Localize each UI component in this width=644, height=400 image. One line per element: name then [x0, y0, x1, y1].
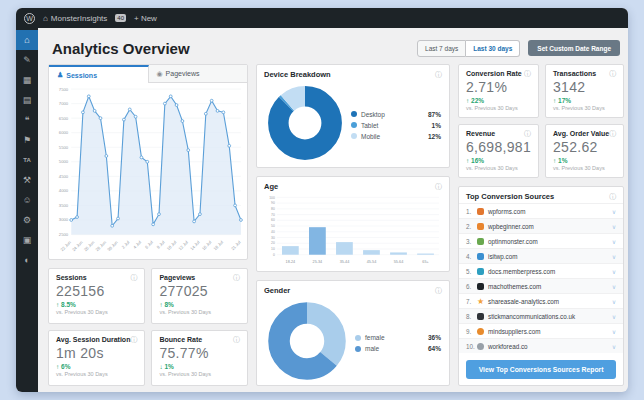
sidebar-item-users[interactable]: ☺	[16, 190, 38, 210]
legend-dot-icon	[351, 111, 357, 117]
chevron-down-icon[interactable]: ∨	[612, 298, 616, 305]
source-domain: optinmonster.com	[488, 238, 538, 245]
chevron-down-icon[interactable]: ∨	[612, 208, 616, 215]
info-icon[interactable]: ⓘ	[233, 274, 240, 281]
svg-text:5000: 5000	[59, 159, 69, 164]
set-custom-date-range-button[interactable]: Set Custom Date Range	[528, 40, 620, 56]
conversion-source-row[interactable]: 6.machothemes.com∨	[459, 278, 623, 293]
range-button-last-30-days[interactable]: Last 30 days	[466, 40, 520, 57]
tab-pageviews[interactable]: ◉ Pageviews	[149, 65, 248, 83]
svg-text:100: 100	[269, 196, 275, 200]
conversion-source-row[interactable]: 5.docs.memberpress.com∨	[459, 263, 623, 278]
avg-order-value-stat-card: Avg. Order Valueⓘ 252.62 ↑ 1% vs. Previo…	[545, 124, 624, 178]
panel-title: Gender	[264, 286, 290, 295]
source-rank: 5.	[466, 268, 477, 275]
source-rank: 6.	[466, 283, 477, 290]
chevron-down-icon[interactable]: ∨	[612, 238, 616, 245]
info-icon[interactable]: ⓘ	[609, 70, 616, 77]
svg-text:55-64: 55-64	[394, 260, 404, 264]
stat-sublabel: vs. Previous 30 Days	[159, 371, 240, 377]
sidebar-item-feedback-flag[interactable]: ⚑	[16, 130, 38, 150]
source-rank: 8.	[466, 313, 477, 320]
tab-sessions[interactable]: ♟ Sessions	[49, 65, 149, 83]
stat-value: 6,698,981	[466, 139, 531, 155]
source-domain: shareasale-analytics.com	[488, 298, 559, 305]
feedback-flag-icon: ⚑	[23, 135, 31, 145]
site-favicon-icon	[477, 283, 484, 290]
info-icon[interactable]: ⓘ	[130, 336, 137, 343]
conversion-source-row[interactable]: 4.isitwp.com∨	[459, 248, 623, 263]
sidebar-item-tools[interactable]: ⚙	[16, 210, 38, 230]
page-title: Analytics Overview	[48, 40, 190, 57]
comments-menu[interactable]: 40	[115, 14, 126, 22]
site-favicon-icon	[477, 313, 484, 320]
info-icon[interactable]: ⓘ	[435, 287, 442, 294]
sidebar-item-dashboard[interactable]: ⌂	[16, 30, 38, 50]
sidebar-item-posts-pin[interactable]: ✎	[16, 50, 38, 70]
tools-icon: ⚙	[23, 215, 31, 225]
chevron-down-icon[interactable]: ∨	[612, 328, 616, 335]
chevron-down-icon[interactable]: ∨	[612, 283, 616, 290]
device-breakdown-donut-chart	[265, 83, 345, 167]
conversion-source-row[interactable]: 1.wpforms.com∨	[459, 203, 623, 218]
chevron-down-icon[interactable]: ∨	[612, 313, 616, 320]
panel-title: Age	[264, 182, 278, 191]
eye-icon: ◉	[157, 70, 163, 78]
sidebar-item-plugins[interactable]: ⚒	[16, 170, 38, 190]
stat-value: 252.62	[553, 139, 616, 155]
sidebar-item-media-2[interactable]: ▣	[16, 230, 38, 250]
sidebar-item-comments[interactable]: ❝	[16, 110, 38, 130]
site-favicon-icon	[477, 223, 484, 230]
source-rank: 7.	[466, 298, 477, 305]
site-favicon-icon	[477, 343, 484, 350]
info-icon[interactable]: ⓘ	[233, 336, 240, 343]
conversion-source-row[interactable]: 2.wpbeginner.com∨	[459, 218, 623, 233]
info-icon[interactable]: ⓘ	[524, 130, 531, 137]
view-top-conversion-sources-report-button[interactable]: View Top Conversions Sources Report	[466, 360, 616, 379]
sidebar-item-settings[interactable]: ◐	[16, 250, 38, 270]
legend-item: Tablet1%	[351, 122, 441, 129]
info-icon[interactable]: ⓘ	[130, 274, 137, 281]
info-icon[interactable]: ⓘ	[435, 183, 442, 190]
admin-bar: W ⌂ MonsterInsights 40 + New	[16, 8, 628, 28]
svg-text:6500: 6500	[59, 116, 69, 121]
info-icon[interactable]: ⓘ	[609, 130, 616, 137]
new-content-menu[interactable]: + New	[134, 14, 157, 23]
sidebar-item-ta-plugin[interactable]: TA	[16, 150, 38, 170]
sessions-chart-panel: ♟ Sessions ◉ Pageviews 25003000350040004…	[48, 64, 248, 260]
svg-text:2500: 2500	[59, 232, 69, 237]
info-icon[interactable]: ⓘ	[609, 193, 616, 200]
conversion-source-row[interactable]: 7.★shareasale-analytics.com∨	[459, 293, 623, 308]
conversion-source-row[interactable]: 8.stickmancommunications.co.uk∨	[459, 308, 623, 323]
conversion-source-row[interactable]: 10.workforead.co∨	[459, 338, 623, 353]
range-button-last-7-days[interactable]: Last 7 days	[417, 40, 466, 57]
stat-delta: ↑ 1%	[553, 157, 616, 164]
site-favicon-icon: ★	[477, 298, 484, 305]
stat-value: 3142	[553, 79, 616, 95]
chevron-down-icon[interactable]: ∨	[612, 268, 616, 275]
legend-dot-icon	[351, 133, 357, 139]
svg-text:18 Jul: 18 Jul	[213, 240, 225, 252]
wordpress-logo-icon[interactable]: W	[24, 13, 35, 24]
gender-donut-chart	[265, 299, 349, 387]
sessions-stat-card: Sessionsⓘ 225156 ↑ 8.5% vs. Previous 30 …	[48, 268, 145, 324]
svg-text:7000: 7000	[59, 101, 69, 106]
sidebar-item-pages[interactable]: ▤	[16, 90, 38, 110]
stat-delta: ↑ 16%	[466, 157, 531, 164]
conversion-source-row[interactable]: 9.mindsuppliers.com∨	[459, 323, 623, 338]
site-menu[interactable]: ⌂ MonsterInsights	[43, 14, 107, 23]
chevron-down-icon[interactable]: ∨	[612, 223, 616, 230]
main-content: Analytics Overview Last 7 daysLast 30 da…	[38, 28, 628, 392]
panel-title: Device Breakdown	[264, 70, 331, 79]
info-icon[interactable]: ⓘ	[524, 70, 531, 77]
svg-text:30 Jun: 30 Jun	[106, 239, 119, 252]
stat-delta: ↑ 8.5%	[56, 301, 137, 308]
conversion-source-row[interactable]: 3.optinmonster.com∨	[459, 233, 623, 248]
site-favicon-icon	[477, 268, 484, 275]
info-icon[interactable]: ⓘ	[435, 71, 442, 78]
legend-item: female36%	[355, 334, 441, 341]
stat-delta: ↓ 1%	[159, 363, 240, 370]
chevron-down-icon[interactable]: ∨	[612, 343, 616, 350]
chevron-down-icon[interactable]: ∨	[612, 253, 616, 260]
sidebar-item-media[interactable]: ▦	[16, 70, 38, 90]
